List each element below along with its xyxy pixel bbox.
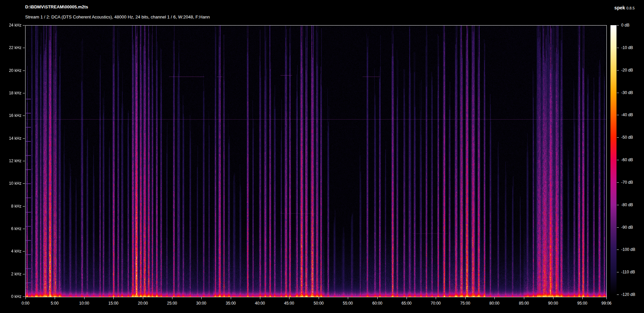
time-label: 70:00	[425, 301, 446, 305]
time-tick	[494, 297, 495, 299]
db-label: 0 dB	[621, 23, 630, 27]
time-tick	[55, 297, 55, 299]
time-tick	[606, 297, 607, 299]
freq-tick	[23, 206, 25, 207]
time-tick	[231, 297, 231, 299]
db-label: -100 dB	[621, 248, 635, 252]
time-tick	[407, 297, 407, 299]
freq-label: 16 kHz	[0, 114, 21, 118]
freq-tick	[23, 183, 25, 184]
time-label: 55:00	[337, 301, 359, 305]
time-label: 40:00	[249, 301, 271, 305]
time-tick	[377, 297, 378, 299]
db-label: -40 dB	[621, 113, 633, 117]
time-tick	[25, 297, 26, 299]
freq-label: 2 kHz	[0, 272, 21, 276]
db-label: -20 dB	[621, 68, 633, 72]
time-tick	[289, 297, 289, 299]
time-label: 5:00	[44, 301, 65, 305]
time-tick	[582, 297, 583, 299]
legend-gradient-bar	[610, 25, 616, 295]
freq-label: 18 kHz	[0, 91, 21, 95]
time-tick	[201, 297, 202, 299]
freq-tick	[23, 251, 25, 252]
time-label: 60:00	[367, 301, 388, 305]
stream-info-line: Stream 1 / 2: DCA (DTS Coherent Acoustic…	[25, 14, 210, 19]
time-label: 50:00	[308, 301, 329, 305]
db-label: -30 dB	[621, 91, 633, 95]
db-tick	[617, 272, 619, 272]
freq-label: 10 kHz	[0, 181, 21, 185]
db-tick	[617, 182, 619, 183]
freq-tick	[23, 116, 25, 116]
freq-tick	[23, 93, 25, 93]
time-label: 10:00	[73, 301, 95, 305]
freq-label: 6 kHz	[0, 227, 21, 231]
time-label: 35:00	[220, 301, 241, 305]
db-label: -60 dB	[621, 158, 633, 162]
time-tick	[113, 297, 114, 299]
db-tick	[617, 250, 619, 250]
time-label: 65:00	[396, 301, 417, 305]
app-version: 0.8.5	[627, 6, 635, 10]
freq-tick	[23, 229, 25, 229]
freq-tick	[23, 274, 25, 274]
spek-window: D:\BDMV\STREAM\00005.m2ts Stream 1 / 2: …	[0, 0, 644, 313]
spectrogram-plot-frame	[25, 25, 607, 297]
db-tick	[617, 48, 619, 48]
db-tick	[617, 137, 619, 138]
db-label: -80 dB	[621, 203, 633, 207]
db-tick	[617, 25, 619, 26]
db-tick	[617, 227, 619, 228]
freq-label: 8 kHz	[0, 204, 21, 208]
file-path-title: D:\BDMV\STREAM\00005.m2ts	[25, 4, 88, 9]
freq-label: 0 kHz	[0, 295, 21, 299]
freq-label: 14 kHz	[0, 136, 21, 140]
time-tick	[348, 297, 348, 299]
db-tick	[617, 93, 619, 93]
freq-tick	[23, 48, 25, 48]
time-label: 30:00	[191, 301, 212, 305]
time-tick	[84, 297, 85, 299]
time-label: 0:00	[15, 301, 36, 305]
db-tick	[617, 160, 619, 160]
freq-tick	[23, 138, 25, 139]
freq-tick	[23, 297, 25, 297]
freq-label: 24 kHz	[0, 23, 21, 27]
time-tick	[524, 297, 524, 299]
app-name: spek	[614, 5, 625, 10]
freq-label: 4 kHz	[0, 249, 21, 253]
spectrogram-canvas	[25, 26, 606, 297]
freq-label: 12 kHz	[0, 159, 21, 163]
time-label: 25:00	[161, 301, 183, 305]
time-label: 85:00	[513, 301, 535, 305]
time-label: 80:00	[484, 301, 505, 305]
time-tick	[436, 297, 436, 299]
time-label: 99:06	[596, 301, 617, 305]
time-tick	[319, 297, 319, 299]
db-tick	[617, 205, 619, 205]
time-label: 90:00	[542, 301, 564, 305]
freq-label: 20 kHz	[0, 69, 21, 73]
time-tick	[260, 297, 260, 299]
freq-tick	[23, 71, 25, 71]
db-label: -50 dB	[621, 135, 633, 139]
freq-tick	[23, 25, 25, 26]
db-tick	[617, 115, 619, 115]
db-label: -10 dB	[621, 46, 633, 50]
time-tick	[465, 297, 466, 299]
time-label: 15:00	[103, 301, 124, 305]
time-label: 20:00	[132, 301, 154, 305]
db-label: -120 dB	[621, 293, 635, 297]
db-tick	[617, 295, 619, 295]
freq-label: 22 kHz	[0, 46, 21, 50]
app-brand: spek0.8.5	[614, 5, 635, 11]
db-label: -90 dB	[621, 225, 633, 229]
time-tick	[172, 297, 172, 299]
db-label: -70 dB	[621, 180, 633, 184]
db-tick	[617, 70, 619, 71]
freq-tick	[23, 161, 25, 161]
time-label: 45:00	[278, 301, 300, 305]
time-tick	[553, 297, 553, 299]
db-label: -110 dB	[621, 270, 635, 274]
